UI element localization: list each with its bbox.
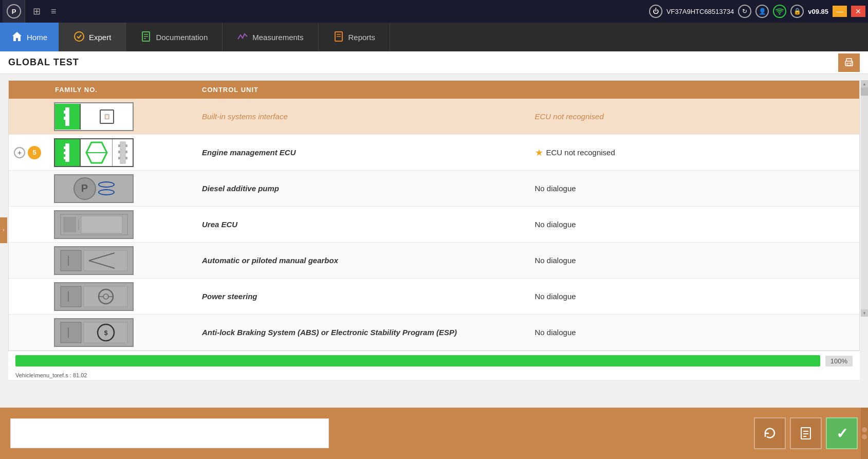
nav-documentation[interactable]: Documentation <box>126 23 223 51</box>
row7-icon-cell: $ <box>50 316 194 349</box>
row2-icon-cell <box>50 136 194 169</box>
row5-control-unit: No dialogue <box>527 256 860 265</box>
progress-label: 100% <box>825 356 853 366</box>
confirm-action-button[interactable]: ✓ <box>826 417 858 449</box>
power-icon[interactable]: ⏻ <box>649 5 662 18</box>
row2-count-badge: 5 <box>28 146 41 159</box>
home-icon <box>11 31 23 44</box>
nav-home[interactable]: Home <box>0 23 59 51</box>
row2-expand-btn[interactable]: + <box>14 147 25 158</box>
status-text: Vehicle\menu_toref.s : 81.02 <box>8 371 860 380</box>
close-button[interactable]: ✕ <box>851 6 865 17</box>
row5-ecu-icon <box>54 246 134 275</box>
bottom-scroll-indicator <box>861 408 868 459</box>
row3-control-unit: No dialogue <box>527 184 860 193</box>
row1-ecu-icon: 📋 <box>54 102 134 131</box>
row1-icon-cell: 📋 <box>50 100 194 133</box>
top-bar: P ⊞ ≡ ⏻ VF37A9HTC68513734 ↻ 👤 🔒 v09.85 —… <box>0 0 868 23</box>
bottom-input[interactable] <box>10 418 329 448</box>
col-family-header: FAMILY NO. <box>50 86 194 94</box>
nav-reports-label: Reports <box>348 33 376 42</box>
reports-icon <box>333 31 344 44</box>
table-row: Urea ECU No dialogue <box>9 207 859 243</box>
col-control-header: CONTROL UNIT <box>194 86 527 94</box>
svg-rect-14 <box>65 107 69 126</box>
row3-icon-cell: P <box>50 172 194 205</box>
nav-reports[interactable]: Reports <box>319 23 391 51</box>
row5-icon-cell <box>50 244 194 277</box>
user-icon[interactable]: 👤 <box>755 5 769 18</box>
measurements-icon <box>237 31 248 44</box>
version-label: v09.85 <box>808 8 828 15</box>
top-bar-right: ⏻ VF37A9HTC68513734 ↻ 👤 🔒 v09.85 — ✕ <box>649 5 868 18</box>
svg-rect-18 <box>64 146 65 149</box>
row2-actions: + 5 <box>9 146 50 159</box>
bottom-actions: ✓ <box>754 417 858 449</box>
nav-measurements-label: Measurements <box>252 33 303 42</box>
col-actions-header <box>9 86 50 94</box>
svg-rect-37 <box>61 286 81 307</box>
page-title: GLOBAL TEST <box>8 57 79 68</box>
wifi-icon[interactable] <box>773 5 786 18</box>
svg-rect-28 <box>125 151 127 153</box>
table-row: 📋 Built-in systems interface ECU not rec… <box>9 99 859 135</box>
row5-family-name: Automatic or piloted manual gearbox <box>194 256 527 265</box>
row6-control-unit: No dialogue <box>527 292 860 301</box>
row2-family-name: Engine management ECU <box>194 148 527 157</box>
progress-bar-area: 100% <box>8 351 860 371</box>
row7-control-unit: No dialogue <box>527 328 860 337</box>
top-bar-left: P ⊞ ≡ <box>0 0 59 23</box>
table-row: $ Anti-lock Braking System (ABS) or Elec… <box>9 315 859 351</box>
row7-family-name: Anti-lock Braking System (ABS) or Electr… <box>194 328 527 337</box>
col-extra-header <box>527 86 860 94</box>
table-row: Automatic or piloted manual gearbox No d… <box>9 243 859 279</box>
refresh-icon[interactable]: ↻ <box>738 5 751 18</box>
nav-measurements[interactable]: Measurements <box>223 23 318 51</box>
svg-rect-15 <box>64 111 65 114</box>
row1-family-name: Built-in systems interface <box>194 112 527 121</box>
svg-text:$: $ <box>104 329 107 337</box>
page-header: GLOBAL TEST <box>0 51 868 74</box>
main-content-area: › FAMILY NO. CONTROL UNIT 📋 <box>0 80 868 380</box>
svg-rect-20 <box>64 157 65 159</box>
print-button[interactable] <box>838 53 860 72</box>
bottom-bar: ✓ <box>0 408 868 459</box>
expert-icon <box>73 31 85 44</box>
side-collapse-tab[interactable]: › <box>0 217 7 243</box>
svg-rect-17 <box>65 143 69 162</box>
scrollbar-track[interactable]: ▲ ▼ <box>861 80 868 317</box>
nav-expert[interactable]: Expert <box>59 23 126 51</box>
row2-star-icon: ★ <box>535 147 543 158</box>
row4-family-name: Urea ECU <box>194 220 527 229</box>
progress-fill <box>15 355 820 366</box>
lock-icon[interactable]: 🔒 <box>790 5 804 18</box>
svg-point-3 <box>75 32 84 41</box>
svg-rect-33 <box>81 216 122 233</box>
svg-rect-19 <box>64 152 65 154</box>
minimize-button[interactable]: — <box>833 6 847 17</box>
svg-rect-34 <box>61 250 81 271</box>
table-row: + 5 <box>9 135 859 171</box>
grid-view-icon[interactable]: ⊞ <box>30 6 43 17</box>
report-action-button[interactable] <box>790 417 822 449</box>
svg-point-13 <box>851 62 852 63</box>
svg-rect-26 <box>118 157 120 159</box>
nav-expert-label: Expert <box>89 33 111 42</box>
row1-actions <box>9 115 50 119</box>
refresh-action-button[interactable] <box>754 417 786 449</box>
svg-rect-23 <box>120 141 126 164</box>
peugeot-logo: P <box>3 0 25 23</box>
row7-ecu-icon: $ <box>54 318 134 347</box>
svg-text:P: P <box>11 8 16 15</box>
svg-rect-29 <box>125 157 127 159</box>
table-row: Power steering No dialogue <box>9 279 859 315</box>
list-view-icon[interactable]: ≡ <box>48 6 59 17</box>
row4-control-unit: No dialogue <box>527 220 860 229</box>
row3-family-name: Diesel additive pump <box>194 184 527 193</box>
svg-rect-16 <box>64 117 65 120</box>
row6-family-name: Power steering <box>194 292 527 301</box>
svg-rect-44 <box>61 322 81 343</box>
nav-bar: Home Expert Documentation Measurements R… <box>0 23 868 51</box>
row3-ecu-icon: P <box>54 174 134 203</box>
svg-rect-31 <box>63 217 76 232</box>
